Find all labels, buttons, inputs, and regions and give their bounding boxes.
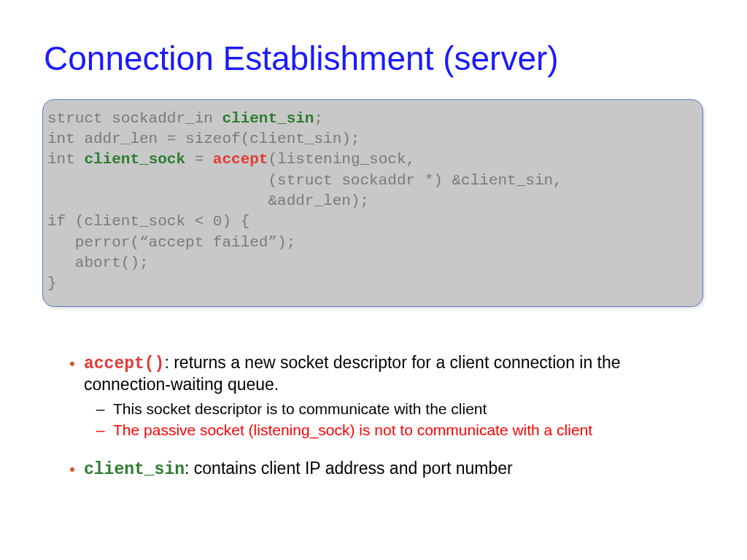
- code-line-1a: struct sockaddr_in: [47, 110, 222, 127]
- bullet-accept-text: : returns a new socket descriptor for a …: [84, 353, 621, 394]
- code-block: struct sockaddr_in client_sin; int addr_…: [42, 99, 703, 307]
- code-line-5: &addr_len);: [47, 192, 369, 209]
- sub-bullet-passive: The passive socket (listening_sock) is n…: [113, 421, 703, 440]
- code-client-sin: client_sin: [222, 110, 314, 127]
- code-accept: accept: [213, 151, 268, 168]
- code-line-3e: (listening_sock,: [268, 151, 415, 168]
- bullet-list: accept(): returns a new socket descripto…: [44, 352, 703, 481]
- bullet-accept-sublist: This socket descriptor is to communicate…: [84, 400, 703, 440]
- bullet-client-sin-text: : contains client IP address and port nu…: [185, 459, 513, 478]
- code-line-2: int addr_len = sizeof(client_sin);: [47, 131, 360, 147]
- code-line-4: (struct sockaddr *) &client_sin,: [47, 172, 562, 189]
- code-line-3c: =: [185, 151, 213, 168]
- bullet-accept-code: accept(): [84, 354, 164, 373]
- code-client-sock: client_sock: [84, 151, 185, 168]
- bullet-accept: accept(): returns a new socket descripto…: [84, 352, 703, 440]
- sub-bullet-communicate: This socket descriptor is to communicate…: [113, 400, 703, 419]
- slide: Connection Establishment (server) struct…: [0, 0, 747, 560]
- bullet-client-sin-code: client_sin: [84, 460, 185, 479]
- code-line-9: }: [47, 275, 57, 292]
- code-line-7: perror(“accept failed”);: [47, 234, 295, 251]
- code-line-6: if (client_sock < 0) {: [47, 213, 249, 230]
- bullet-client-sin: client_sin: contains client IP address a…: [84, 458, 703, 481]
- code-line-3a: int: [47, 151, 84, 168]
- slide-title: Connection Establishment (server): [44, 40, 703, 77]
- code-line-1c: ;: [314, 110, 323, 127]
- code-line-8: abort();: [47, 254, 149, 271]
